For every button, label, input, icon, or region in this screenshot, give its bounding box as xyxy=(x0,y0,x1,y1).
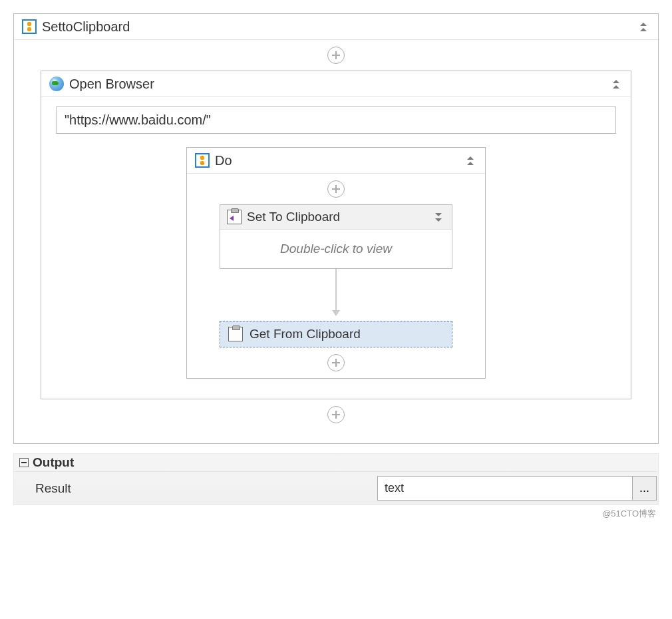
do-sequence: Do Set To Clipboard Double-click to view… xyxy=(186,147,486,379)
add-activity-button-top[interactable] xyxy=(327,47,345,64)
open-browser-activity: Open Browser "https://www.baidu.com/" Do… xyxy=(41,71,631,399)
add-activity-button[interactable] xyxy=(327,180,345,198)
flow-arrow xyxy=(335,269,337,315)
get-clipboard-title: Get From Clipboard xyxy=(244,327,445,341)
url-input[interactable]: "https://www.baidu.com/" xyxy=(56,106,616,134)
open-browser-title: Open Browser xyxy=(65,77,608,92)
chevron-double-up-icon xyxy=(613,80,619,89)
open-browser-header[interactable]: Open Browser xyxy=(41,71,631,97)
chevron-double-up-icon xyxy=(467,156,474,165)
sequence-icon xyxy=(21,18,38,35)
properties-output-panel: Output Result ... xyxy=(13,453,659,505)
expand-button[interactable] xyxy=(430,209,446,225)
set-to-clipboard-activity[interactable]: Set To Clipboard Double-click to view xyxy=(220,204,452,269)
globe-icon xyxy=(48,75,65,93)
set-clipboard-header[interactable]: Set To Clipboard xyxy=(220,205,452,230)
result-label: Result xyxy=(35,481,377,496)
set-clipboard-title: Set To Clipboard xyxy=(243,210,430,224)
output-result-row: Result ... xyxy=(14,472,658,505)
do-title: Do xyxy=(211,153,462,168)
watermark-text: @51CTO博客 xyxy=(13,508,659,520)
double-click-hint[interactable]: Double-click to view xyxy=(220,230,452,268)
collapse-button[interactable] xyxy=(462,152,478,168)
add-activity-button-bottom[interactable] xyxy=(327,406,345,423)
clipboard-get-icon xyxy=(227,325,244,343)
chevron-double-up-icon xyxy=(640,23,647,31)
collapse-toggle-icon[interactable] xyxy=(19,458,29,467)
chevron-double-down-icon xyxy=(435,213,442,222)
sequence-title: SettoClipboard xyxy=(38,19,635,35)
collapse-button[interactable] xyxy=(608,76,624,92)
browse-button[interactable]: ... xyxy=(632,477,656,500)
do-header[interactable]: Do xyxy=(187,148,485,174)
clipboard-set-icon xyxy=(226,208,243,226)
collapse-button[interactable] xyxy=(635,19,651,35)
output-section-label: Output xyxy=(33,455,74,470)
sequence-settoclipboard: SettoClipboard Open Browser "https://www… xyxy=(13,13,659,444)
sequence-icon xyxy=(194,152,211,169)
output-section-header[interactable]: Output xyxy=(14,454,658,472)
sequence-header[interactable]: SettoClipboard xyxy=(14,14,658,40)
result-value-input[interactable] xyxy=(378,477,632,500)
add-activity-button[interactable] xyxy=(327,354,345,371)
get-from-clipboard-activity[interactable]: Get From Clipboard xyxy=(220,321,452,347)
